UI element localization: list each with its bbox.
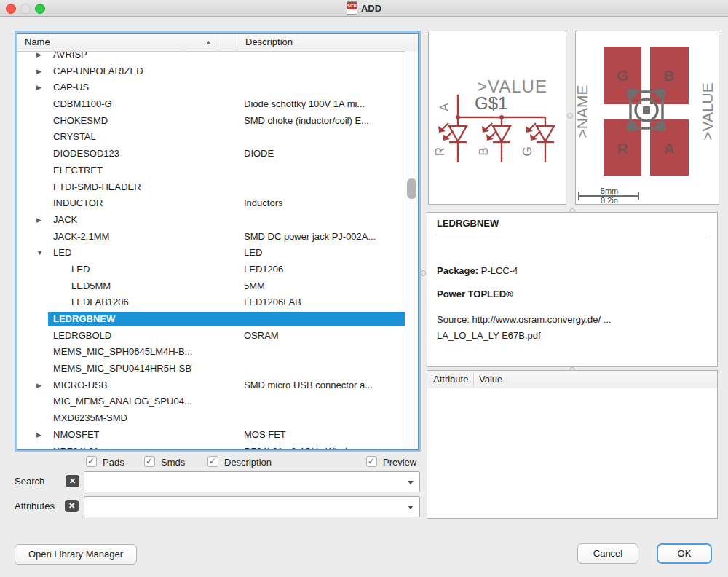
tree-row[interactable]: CHOKESMD SMD choke (inductor/coil) E...: [17, 113, 405, 130]
tree-row[interactable]: JACK-2.1MM SMD DC power jack PJ-002A...: [17, 229, 405, 246]
item-description: DIODE: [244, 146, 274, 162]
check-icon: ✓: [146, 456, 153, 467]
column-divider[interactable]: [221, 35, 221, 50]
tree-row[interactable]: CDBM1100-G Diode schottky 100V 1A mi...: [17, 96, 405, 113]
preview-checkbox[interactable]: ✓: [366, 456, 377, 467]
tree-row[interactable]: ▶ MICRO-USB SMD micro USB connector a...: [17, 377, 405, 394]
rgb-led-symbol-drawing: >VALUE G$1: [429, 31, 566, 204]
expand-arrow-icon[interactable]: ▶: [36, 377, 47, 394]
expand-arrow-icon[interactable]: ▼: [36, 245, 47, 262]
tree-row[interactable]: MEMS_MIC_SPH0645LM4H-B...: [17, 344, 405, 361]
column-header-attribute[interactable]: Attribute: [433, 371, 472, 388]
tree-row[interactable]: ▶ CAP-UNPOLARIZED: [17, 63, 405, 80]
tree-row[interactable]: LEDRGBOLD OSRAM: [17, 328, 405, 345]
check-icon: ✓: [368, 456, 375, 467]
cancel-button[interactable]: Cancel: [577, 543, 638, 564]
expand-arrow-icon[interactable]: ▶: [36, 79, 47, 96]
tree-row[interactable]: LEDRGBNEW: [17, 311, 405, 328]
symbol-preview-pane: >VALUE G$1: [428, 31, 566, 205]
pads-checkbox[interactable]: ✓: [86, 456, 97, 467]
item-description: MOS FET: [244, 427, 286, 444]
description-checkbox-label: Description: [224, 457, 272, 468]
tree-row[interactable]: MEMS_MIC_SPU0414HR5H-SB: [17, 361, 405, 377]
item-name: LED: [71, 262, 90, 278]
item-name: CAP-UNPOLARIZED: [53, 63, 143, 80]
tree-row[interactable]: INDUCTOR Inductors: [17, 195, 405, 212]
svg-text:5mm: 5mm: [601, 187, 618, 195]
tree-row[interactable]: CRYSTAL: [17, 129, 405, 146]
column-header-name[interactable]: Name: [25, 34, 50, 51]
tree-row[interactable]: LED LED1206: [17, 262, 405, 278]
item-name: CRYSTAL: [53, 129, 96, 146]
svg-text:G$1: G$1: [475, 93, 507, 113]
smds-checkbox[interactable]: ✓: [144, 456, 155, 467]
attributes-input[interactable]: [84, 496, 420, 517]
item-name: MICRO-USB: [53, 377, 107, 394]
item-name: LED5MM: [71, 278, 111, 295]
expand-arrow-icon[interactable]: ▶: [36, 212, 47, 229]
clear-search-button[interactable]: ✕: [66, 475, 79, 487]
schematic-document-icon: SCH: [347, 1, 357, 15]
column-header-value[interactable]: Value: [479, 371, 502, 388]
svg-text:B: B: [477, 147, 491, 155]
source-url: Source: http://www.osram.convergy.de/ ..…: [437, 314, 612, 325]
item-description: Inductors: [244, 195, 282, 212]
tree-row[interactable]: ▶ JACK: [17, 212, 405, 229]
column-header-description[interactable]: Description: [245, 34, 293, 51]
device-name: LEDRGBNEW: [437, 218, 499, 229]
expand-arrow-icon[interactable]: ▶: [36, 63, 47, 80]
svg-text:R: R: [617, 140, 628, 157]
tree-row[interactable]: MIC_MEMS_ANALOG_SPU04...: [17, 393, 405, 410]
smds-checkbox-label: Smds: [161, 457, 185, 468]
sort-ascending-icon[interactable]: ▲: [205, 34, 212, 51]
tree-row[interactable]: ▶ CAP-US: [17, 79, 405, 96]
search-input[interactable]: [84, 471, 420, 492]
item-name: JACK-2.1MM: [53, 229, 109, 246]
item-name: MEMS_MIC_SPU0414HR5H-SB: [53, 361, 191, 377]
source-line: Source: http://www.osram.convergy.de/ ..…: [437, 312, 612, 344]
tree-row[interactable]: ELECTRET: [17, 162, 405, 179]
tree-row[interactable]: NRF24L01 RF24L01+ 2.4GHz Wirel...: [17, 444, 405, 450]
ok-button[interactable]: OK: [657, 543, 712, 564]
splitter-handle[interactable]: [567, 113, 573, 119]
package-line: Package: P-LCC-4: [437, 265, 518, 276]
tree-row[interactable]: LED5MM 5MM: [17, 278, 405, 295]
tree-row[interactable]: DIODESOD123 DIODE: [17, 146, 405, 162]
column-divider[interactable]: [473, 372, 474, 387]
item-description: Diode schottky 100V 1A mi...: [244, 96, 365, 113]
svg-text:B: B: [663, 67, 674, 84]
svg-text:A: A: [663, 140, 674, 157]
svg-text:0.2in: 0.2in: [601, 196, 618, 204]
open-library-manager-button[interactable]: Open Library Manager: [15, 544, 137, 565]
tree-scrollbar-thumb[interactable]: [407, 178, 416, 199]
tree-row[interactable]: ▼ LED LED: [17, 245, 405, 262]
tree-header: Name ▲ Description: [17, 34, 418, 52]
expand-arrow-icon[interactable]: ▶: [36, 427, 47, 444]
item-name: FTDI-SMD-HEADER: [53, 179, 141, 196]
pads-checkbox-label: Pads: [103, 457, 124, 468]
item-name: NMOSFET: [53, 427, 100, 444]
item-description: SMD choke (inductor/coil) E...: [244, 113, 369, 130]
item-description: LED1206: [244, 262, 283, 278]
tree-row[interactable]: LEDFAB1206 LED1206FAB: [17, 294, 405, 311]
title-bar: SCH ADD: [0, 0, 728, 17]
search-label: Search: [15, 476, 44, 487]
footprint-preview-pane: G B R A >NAME >VALUE 5mm 0.2: [575, 31, 719, 205]
tree-row[interactable]: FTDI-SMD-HEADER: [17, 179, 405, 196]
description-checkbox[interactable]: ✓: [207, 456, 218, 467]
splitter-handle[interactable]: [420, 270, 426, 276]
attributes-table-body: [427, 388, 717, 518]
column-divider[interactable]: [237, 35, 237, 50]
item-name: LEDFAB1206: [71, 294, 129, 311]
tree-row[interactable]: MXD6235M-SMD: [17, 410, 405, 427]
clear-attributes-button[interactable]: ✕: [65, 500, 79, 512]
source-file: LA_LO_LA_LY E67B.pdf: [437, 330, 541, 341]
tree-row[interactable]: ▶ NMOSFET MOS FET: [17, 427, 405, 444]
dropdown-arrow-icon[interactable]: [408, 481, 414, 484]
item-name: LEDRGBOLD: [53, 328, 111, 345]
tree-scrollbar[interactable]: [405, 51, 418, 449]
dropdown-arrow-icon[interactable]: [408, 506, 414, 509]
item-name: CDBM1100-G: [53, 96, 112, 113]
power-line: Power TOPLED®: [437, 288, 513, 299]
item-name: ELECTRET: [53, 162, 103, 179]
